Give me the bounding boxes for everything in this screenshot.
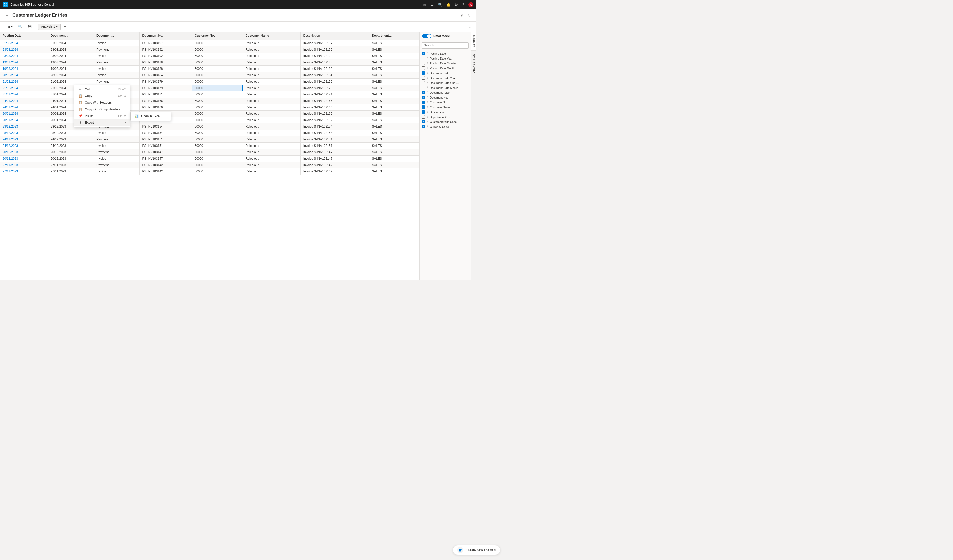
column-item[interactable]: ✓⠿Customer No. xyxy=(419,100,470,105)
table-cell[interactable]: Invoice S-INV102192 xyxy=(301,53,369,59)
table-cell[interactable]: Invoice xyxy=(94,168,140,175)
table-cell[interactable]: Invoice S-INV102162 xyxy=(301,111,369,117)
table-cell[interactable]: 31/01/2024 xyxy=(0,92,48,98)
table-cell[interactable]: 50000 xyxy=(192,53,243,59)
table-cell[interactable]: SALES xyxy=(369,40,419,47)
table-cell[interactable]: Invoice xyxy=(94,40,140,47)
table-cell[interactable]: 20/12/2023 xyxy=(48,155,94,162)
table-cell[interactable]: Relecloud xyxy=(243,111,301,117)
table-cell[interactable]: Invoice xyxy=(94,53,140,59)
column-checkbox[interactable] xyxy=(422,81,425,84)
drag-handle[interactable]: ⠿ xyxy=(427,62,428,65)
context-menu-paste[interactable]: 📌 Paste Ctrl+V xyxy=(74,113,130,119)
table-cell[interactable]: Relecloud xyxy=(243,66,301,72)
column-checkbox[interactable]: ✓ xyxy=(422,71,425,75)
column-item[interactable]: ✓⠿Posting Date xyxy=(419,51,470,56)
table-cell[interactable]: 20/01/2024 xyxy=(0,111,48,117)
column-item[interactable]: ⠿Posting Date Month xyxy=(419,66,470,71)
drag-handle[interactable]: ⠿ xyxy=(427,52,428,55)
table-cell[interactable]: 28/02/2024 xyxy=(48,72,94,79)
table-cell[interactable]: 50000 xyxy=(192,143,243,149)
table-row[interactable]: 23/03/202423/03/2024PaymentPS-INV1031925… xyxy=(0,47,419,53)
column-item[interactable]: ✓⠿Customer Name xyxy=(419,105,470,110)
table-cell[interactable]: Payment xyxy=(94,136,140,143)
column-item[interactable]: ✓⠿Document Date xyxy=(419,71,470,76)
table-row[interactable]: 19/03/202419/03/2024PaymentPS-INV1031885… xyxy=(0,59,419,66)
columns-tab[interactable]: Columns xyxy=(471,32,476,50)
table-cell[interactable]: SALES xyxy=(369,85,419,92)
table-cell[interactable]: 19/03/2024 xyxy=(48,59,94,66)
table-cell[interactable]: PS-INV103142 xyxy=(140,168,192,175)
table-cell[interactable]: 31/03/2024 xyxy=(48,40,94,47)
table-cell[interactable]: SALES xyxy=(369,130,419,136)
table-cell[interactable]: PS-INV103197 xyxy=(140,40,192,47)
table-cell[interactable]: 50000 xyxy=(192,47,243,53)
column-checkbox[interactable] xyxy=(422,86,425,89)
analysis-filters-tab[interactable]: Analysis Filters xyxy=(471,50,476,76)
table-cell[interactable]: 50000 xyxy=(192,162,243,168)
collapse-icon[interactable]: ⤡ xyxy=(466,12,471,19)
table-cell[interactable]: Invoice S-INV102142 xyxy=(301,168,369,175)
table-cell[interactable]: 24/12/2023 xyxy=(0,136,48,143)
table-cell[interactable]: 23/03/2024 xyxy=(48,53,94,59)
column-item[interactable]: ⠿Document Date Month xyxy=(419,85,470,90)
column-checkbox[interactable]: ✓ xyxy=(422,105,425,109)
col-header-desc[interactable]: Description xyxy=(301,32,369,40)
table-cell[interactable]: SALES xyxy=(369,136,419,143)
table-cell[interactable]: Invoice S-INV102147 xyxy=(301,155,369,162)
column-checkbox[interactable] xyxy=(422,76,425,79)
table-cell[interactable]: Relecloud xyxy=(243,143,301,149)
table-cell[interactable]: 24/01/2024 xyxy=(0,104,48,111)
column-item[interactable]: ⠿Posting Date Year xyxy=(419,56,470,61)
table-cell[interactable]: 28/02/2024 xyxy=(0,72,48,79)
table-cell[interactable]: 50000 xyxy=(192,72,243,79)
table-cell[interactable]: 27/11/2023 xyxy=(0,162,48,168)
table-cell[interactable]: SALES xyxy=(369,117,419,123)
table-cell[interactable]: 21/02/2024 xyxy=(0,79,48,85)
table-cell[interactable]: Invoice S-INV102179 xyxy=(301,79,369,85)
help-icon[interactable]: ? xyxy=(462,3,464,7)
table-cell[interactable]: Invoice S-INV102154 xyxy=(301,123,369,130)
table-row[interactable]: 31/03/202431/03/2024InvoicePS-INV1031975… xyxy=(0,40,419,47)
table-cell[interactable]: 27/11/2023 xyxy=(0,168,48,175)
drag-handle[interactable]: ⠿ xyxy=(427,91,428,94)
table-cell[interactable]: 50000 xyxy=(192,123,243,130)
table-cell[interactable]: 50000 xyxy=(192,59,243,66)
grid-icon[interactable]: ⊞ xyxy=(423,3,426,7)
table-cell[interactable]: 50000 xyxy=(192,98,243,104)
table-cell[interactable]: Invoice S-INV102166 xyxy=(301,98,369,104)
drag-handle[interactable]: ⠿ xyxy=(427,125,428,128)
table-cell[interactable]: 31/03/2024 xyxy=(0,40,48,47)
columns-search[interactable] xyxy=(422,42,469,48)
table-cell[interactable]: 50000 xyxy=(192,111,243,117)
table-cell[interactable]: Invoice xyxy=(94,66,140,72)
table-cell[interactable]: PS-INV103192 xyxy=(140,53,192,59)
table-cell[interactable]: Invoice S-INV102192 xyxy=(301,47,369,53)
table-cell[interactable]: Relecloud xyxy=(243,79,301,85)
table-cell[interactable]: Relecloud xyxy=(243,92,301,98)
table-row[interactable]: 21/02/202421/02/2024InvoicePS-INV1031795… xyxy=(0,85,419,92)
table-cell[interactable]: 20/01/2024 xyxy=(0,117,48,123)
table-scroll[interactable]: Posting Date Document... Document... Doc… xyxy=(0,32,419,280)
cloud-icon[interactable]: ☁ xyxy=(430,3,434,7)
table-row[interactable]: 20/01/202420/01/2024InvoicePS-INV1031625… xyxy=(0,117,419,123)
table-cell[interactable]: 27/11/2023 xyxy=(48,168,94,175)
context-menu-copy-group-headers[interactable]: 📋 Copy with Group Headers xyxy=(74,106,130,113)
table-cell[interactable]: SALES xyxy=(369,111,419,117)
context-menu-cut[interactable]: ✂ Cut Ctrl+C xyxy=(74,86,130,93)
col-header-doc-type[interactable]: Document... xyxy=(94,32,140,40)
table-cell[interactable]: Relecloud xyxy=(243,162,301,168)
table-cell[interactable]: SALES xyxy=(369,59,419,66)
column-checkbox[interactable]: ✓ xyxy=(422,91,425,94)
table-cell[interactable]: Relecloud xyxy=(243,47,301,53)
table-cell[interactable]: 50000 xyxy=(192,117,243,123)
table-cell[interactable]: Relecloud xyxy=(243,40,301,47)
table-cell[interactable]: SALES xyxy=(369,168,419,175)
table-cell[interactable]: Invoice S-INV102188 xyxy=(301,59,369,66)
table-cell[interactable]: PS-INV103142 xyxy=(140,162,192,168)
table-cell[interactable]: 21/02/2024 xyxy=(48,79,94,85)
save-button[interactable]: 💾 xyxy=(25,23,34,30)
column-checkbox[interactable] xyxy=(422,115,425,119)
table-cell[interactable]: Invoice S-INV102197 xyxy=(301,40,369,47)
table-row[interactable]: 24/01/202424/01/2024PaymentPS-INV1031665… xyxy=(0,98,419,104)
